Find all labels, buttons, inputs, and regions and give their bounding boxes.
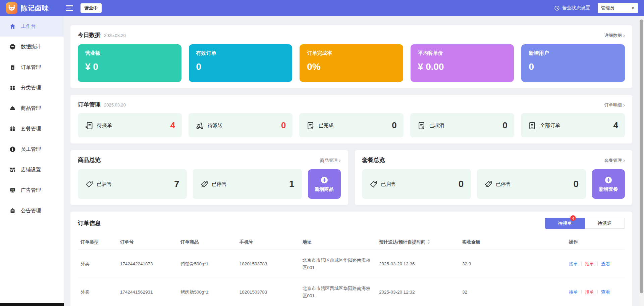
cell-order-type: 外卖 [78, 278, 117, 306]
stat-card-avg-order-value[interactable]: 平均客单价 ¥ 0.00 [411, 44, 514, 82]
today-data-detail-link[interactable]: 详细数据› [604, 33, 625, 39]
stat-label: 已停售 [212, 181, 227, 187]
sidebar-item-shop-settings[interactable]: 店铺设置 [0, 160, 64, 180]
order-detail-link[interactable]: 订单明细› [604, 102, 625, 108]
cell-address: 北京市市辖区西城区华阳路南海校区001 [300, 250, 376, 278]
cell-eta: 2025-03-20 12:32 [376, 278, 460, 306]
accept-order-link[interactable]: 接单 [569, 290, 578, 295]
order-stat-all[interactable]: 全部订单 4 [521, 113, 625, 137]
stat-card-new-users[interactable]: 新增用户 0 [521, 44, 625, 82]
order-management-title: 订单管理 [78, 101, 101, 108]
stat-label: 已启售 [381, 181, 396, 187]
product-off-sale-stat[interactable]: 已停售 1 [193, 169, 302, 199]
order-stat-label: 待接单 [97, 122, 112, 129]
orders-icon [9, 64, 16, 71]
order-table-header-row: 订单类型 订单号 订单商品 手机号 地址 预计送达/预计自提时间 实收金额 操作 [78, 235, 625, 250]
combo-off-sale-stat[interactable]: 已停售 0 [477, 169, 586, 199]
order-stat-cancelled[interactable]: 已取消 0 [410, 113, 514, 137]
main-content: 今日数据 2025.03.20 详细数据› 营业额 ¥ 0 有效订单 0 订单完… [64, 16, 639, 306]
combo-management-link[interactable]: 套餐管理› [604, 158, 625, 164]
stat-value: 7 [174, 179, 179, 189]
home-icon [9, 23, 16, 30]
stat-card-valid-orders[interactable]: 有效订单 0 [189, 44, 292, 82]
scrollbar-thumb[interactable] [640, 19, 643, 293]
table-row: 外卖 1742442241873 鸭锁骨500g*1; 18201503783 … [78, 250, 625, 278]
order-stat-value: 0 [392, 120, 396, 131]
cell-order-items: 烤肉肠500g*1; [178, 278, 237, 306]
col-eta[interactable]: 预计送达/预计自提时间 [376, 235, 460, 250]
tag-off-icon [200, 180, 208, 188]
menu-toggle-icon[interactable] [66, 5, 73, 11]
sidebar-item-statistics[interactable]: 数据统计 [0, 37, 64, 57]
col-order-items: 订单商品 [178, 235, 237, 250]
tab-badge: 4 [570, 215, 576, 221]
sidebar-item-staff-management[interactable]: 员工管理 [0, 139, 64, 160]
chevron-right-icon: › [623, 102, 625, 108]
clock-icon [554, 5, 560, 11]
notice-icon [9, 208, 16, 214]
stat-card-revenue[interactable]: 营业额 ¥ 0 [78, 44, 181, 82]
today-data-title: 今日数据 [78, 31, 101, 39]
today-data-section: 今日数据 2025.03.20 详细数据› 营业额 ¥ 0 有效订单 0 订单完… [70, 25, 632, 88]
sidebar-item-label: 店铺设置 [21, 167, 41, 173]
vertical-scrollbar[interactable] [639, 16, 644, 306]
stat-value: 1 [289, 179, 294, 189]
cell-amount: 32.9 [460, 250, 566, 278]
sidebar-item-label: 工作台 [21, 23, 36, 30]
stats-icon [9, 44, 16, 50]
order-stat-label: 已完成 [318, 122, 333, 129]
accept-order-link[interactable]: 接单 [569, 261, 578, 266]
stat-card-completion-rate[interactable]: 订单完成率 0% [300, 44, 403, 82]
reject-order-link[interactable]: 拒单 [585, 261, 594, 266]
category-icon [9, 85, 16, 91]
stat-card-label: 订单完成率 [307, 50, 396, 56]
sidebar-item-notice-management[interactable]: 公告管理 [0, 201, 64, 221]
combo-on-sale-stat[interactable]: 已启售 0 [362, 169, 471, 199]
tab-pending-accept[interactable]: 待接单 4 [545, 218, 585, 229]
col-address: 地址 [300, 235, 376, 250]
clipboard-x-icon [417, 121, 426, 130]
sidebar-item-category-management[interactable]: 分类管理 [0, 78, 64, 98]
sidebar-item-combo-management[interactable]: 套餐管理 [0, 119, 64, 139]
product-overview-section: 商品总览 商品管理› 已启售 7 已停售 1 新增商品 [70, 150, 348, 205]
scooter-icon [195, 121, 204, 130]
stat-card-value: ¥ 0.00 [418, 61, 507, 72]
order-stat-label: 全部订单 [540, 122, 560, 129]
sidebar-item-label: 员工管理 [21, 146, 41, 152]
tag-icon [85, 180, 93, 188]
sidebar-item-workbench[interactable]: 工作台 [0, 16, 64, 37]
stat-card-label: 营业额 [85, 50, 174, 56]
today-data-date: 2025.03.20 [104, 33, 126, 38]
view-order-link[interactable]: 查看 [601, 290, 610, 295]
user-role-value: 管理员 [601, 5, 614, 11]
add-product-button[interactable]: 新增商品 [308, 169, 341, 199]
sidebar-item-ad-management[interactable]: AD 广告管理 [0, 180, 64, 201]
business-status-badge[interactable]: 营业中 [80, 3, 102, 13]
clipboard-in-icon [85, 121, 94, 130]
plus-circle-icon [320, 176, 328, 184]
chevron-right-icon: › [339, 158, 340, 163]
business-status-setting[interactable]: 营业状态设置 [554, 5, 590, 11]
combo-icon [9, 126, 16, 132]
sort-icon[interactable] [427, 239, 430, 245]
sidebar-item-order-management[interactable]: 订单管理 [0, 57, 64, 78]
view-order-link[interactable]: 查看 [601, 261, 610, 266]
tab-pending-delivery[interactable]: 待派送 [585, 218, 625, 229]
user-role-dropdown[interactable]: 管理员 ▼ [598, 3, 638, 13]
reject-order-link[interactable]: 拒单 [585, 290, 594, 295]
brand-logo-icon [6, 2, 17, 14]
product-management-link[interactable]: 商品管理› [320, 158, 340, 164]
order-management-section: 订单管理 2025.03.20 订单明细› 待接单 4 待派送 0 已完成 0 [70, 95, 632, 143]
order-stat-pending-delivery[interactable]: 待派送 0 [189, 113, 292, 137]
cell-order-no: 1742442241873 [117, 250, 178, 278]
order-info-title: 订单信息 [78, 219, 101, 227]
add-combo-button[interactable]: 新增套餐 [592, 169, 625, 199]
top-navbar: 陈记卤味 营业中 营业状态设置 管理员 ▼ [0, 0, 644, 16]
stat-card-label: 平均客单价 [418, 50, 507, 56]
order-stat-pending-accept[interactable]: 待接单 4 [78, 113, 182, 137]
product-on-sale-stat[interactable]: 已启售 7 [78, 169, 187, 199]
order-stat-completed[interactable]: 已完成 0 [299, 113, 403, 137]
svg-text:AD: AD [11, 189, 14, 191]
sidebar-item-product-management[interactable]: 商品管理 [0, 98, 64, 119]
cell-actions: 接单拒单查看 [566, 278, 625, 306]
